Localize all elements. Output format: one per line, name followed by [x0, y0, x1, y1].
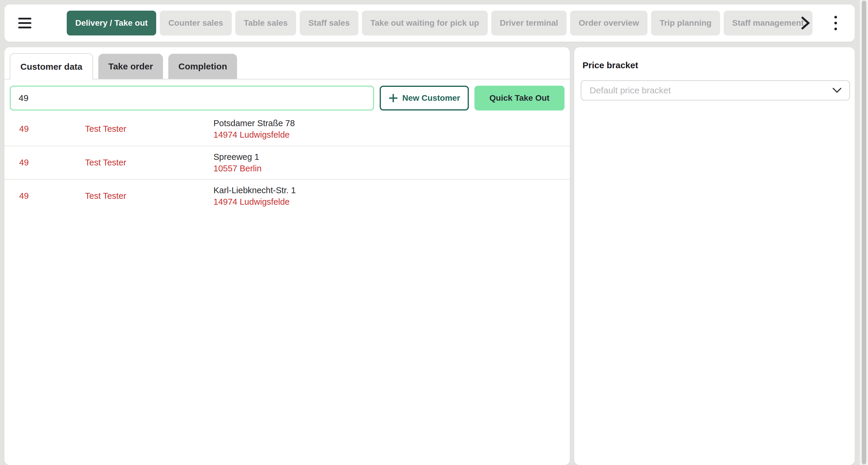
new-customer-button[interactable]: New Customer: [380, 86, 469, 111]
customer-address: Spreeweg 1 10557 Berlin: [213, 151, 261, 174]
price-bracket-panel: Price bracket Default price bracket: [574, 47, 855, 465]
customer-name: Test Tester: [85, 191, 213, 201]
customer-panel: Customer data Take order Completion New …: [4, 47, 570, 465]
nav-tab-take-out-waiting[interactable]: Take out waiting for pick up: [362, 11, 488, 35]
customer-id: 49: [19, 124, 85, 134]
customer-id: 49: [19, 158, 85, 168]
chevron-down-icon: [832, 88, 842, 93]
window-scrollbar-track[interactable]: [860, 0, 868, 465]
customer-street: Spreeweg 1: [213, 151, 261, 163]
nav-tab-delivery-take-out[interactable]: Delivery / Take out: [67, 11, 156, 35]
customer-address: Karl-Liebknecht-Str. 1 14974 Ludwigsfeld…: [213, 185, 296, 208]
customer-row[interactable]: 49 Test Tester Potsdamer Straße 78 14974…: [4, 112, 570, 146]
nav-tab-staff-management[interactable]: Staff management: [724, 11, 812, 35]
customer-results-list: 49 Test Tester Potsdamer Straße 78 14974…: [4, 112, 570, 212]
price-bracket-title: Price bracket: [583, 60, 846, 70]
customer-toolbar: New Customer Quick Take Out: [10, 86, 564, 111]
customer-row[interactable]: 49 Test Tester Spreeweg 1 10557 Berlin: [4, 146, 570, 179]
customer-address: Potsdamer Straße 78 14974 Ludwigsfelde: [213, 118, 295, 141]
price-bracket-select[interactable]: Default price bracket: [581, 80, 850, 100]
hamburger-icon[interactable]: [18, 18, 31, 28]
quick-take-out-button[interactable]: Quick Take Out: [474, 86, 564, 111]
top-bar: Delivery / Take out Counter sales Table …: [4, 4, 855, 42]
price-bracket-placeholder: Default price bracket: [590, 85, 671, 95]
workflow-tabs: Customer data Take order Completion: [4, 47, 570, 80]
nav-tab-table-sales[interactable]: Table sales: [235, 11, 297, 35]
customer-city: 14974 Ludwigsfelde: [213, 129, 295, 141]
customer-search-input[interactable]: [10, 86, 374, 111]
window-scrollbar-thumb[interactable]: [862, 1, 866, 464]
chevron-right-icon[interactable]: [801, 16, 810, 30]
nav-tab-driver-terminal[interactable]: Driver terminal: [491, 11, 567, 35]
nav-tab-counter-sales[interactable]: Counter sales: [160, 11, 231, 35]
customer-row[interactable]: 49 Test Tester Karl-Liebknecht-Str. 1 14…: [4, 179, 570, 212]
customer-name: Test Tester: [85, 124, 213, 134]
customer-city: 10557 Berlin: [213, 163, 261, 174]
customer-street: Karl-Liebknecht-Str. 1: [213, 185, 296, 196]
customer-name: Test Tester: [85, 158, 213, 168]
nav-tab-trip-planning[interactable]: Trip planning: [651, 11, 720, 35]
tab-customer-data[interactable]: Customer data: [10, 53, 93, 80]
nav-tab-staff-sales[interactable]: Staff sales: [300, 11, 358, 35]
tab-take-order[interactable]: Take order: [98, 54, 163, 79]
customer-id: 49: [19, 191, 85, 201]
nav-tab-order-overview[interactable]: Order overview: [570, 11, 647, 35]
new-customer-label: New Customer: [402, 93, 460, 103]
plus-icon: [388, 93, 398, 103]
tab-completion[interactable]: Completion: [168, 54, 237, 79]
kebab-menu-icon[interactable]: [833, 14, 839, 32]
customer-street: Potsdamer Straße 78: [213, 118, 295, 129]
customer-city: 14974 Ludwigsfelde: [213, 196, 296, 208]
top-nav-tabs: Delivery / Take out Counter sales Table …: [67, 11, 812, 35]
